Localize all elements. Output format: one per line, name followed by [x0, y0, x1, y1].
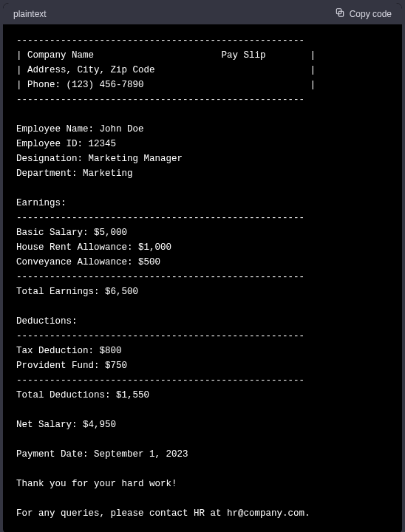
department: Marketing: [83, 168, 133, 179]
line: Provident Fund: [16, 361, 94, 371]
total-deductions: $1,550: [116, 390, 149, 400]
amount: $750: [105, 361, 127, 371]
designation: Marketing Manager: [89, 154, 183, 164]
line: Basic Salary: [16, 228, 83, 238]
thank-you: Thank you for your hard work!: [16, 479, 177, 489]
contact-line: For any queries, please contact HR at hr…: [16, 508, 310, 519]
hr: ----------------------------------------…: [16, 213, 304, 223]
designation-label: Designation: [16, 154, 78, 164]
hr: ----------------------------------------…: [16, 272, 304, 282]
amount: $5,000: [94, 228, 127, 238]
document-title: Pay Slip: [222, 50, 266, 61]
employee-name-label: Employee Name: [16, 124, 89, 134]
line: Tax Deduction: [16, 346, 89, 356]
net-salary: $4,950: [83, 420, 116, 430]
amount: $500: [138, 257, 160, 267]
copy-code-label: Copy code: [350, 9, 392, 19]
company-phone: Phone: (123) 456-7890: [27, 80, 144, 90]
deductions-heading: Deductions:: [16, 316, 78, 327]
employee-name: John Doe: [100, 124, 144, 134]
copy-code-button[interactable]: Copy code: [335, 7, 392, 20]
hr: ----------------------------------------…: [16, 35, 304, 46]
earnings-heading: Earnings:: [16, 198, 67, 208]
employee-id-label: Employee ID: [16, 139, 78, 149]
amount: $1,000: [138, 242, 171, 253]
hr: ----------------------------------------…: [16, 375, 304, 386]
language-label: plaintext: [13, 9, 47, 19]
hr: ----------------------------------------…: [16, 95, 304, 105]
total-deductions-label: Total Deductions: [16, 390, 105, 400]
code-content: ----------------------------------------…: [3, 24, 402, 532]
payment-date: September 1, 2023: [94, 449, 188, 460]
total-earnings: $6,500: [105, 287, 138, 297]
line: Conveyance Allowance: [16, 257, 127, 267]
code-block-header: plaintext Copy code: [3, 3, 402, 24]
company-name: Company Name: [27, 50, 94, 61]
total-earnings-label: Total Earnings: [16, 287, 94, 297]
company-address: Address, City, Zip Code: [27, 65, 155, 75]
clipboard-icon: [335, 7, 345, 20]
department-label: Department: [16, 168, 72, 179]
employee-id: 12345: [89, 139, 117, 149]
hr: ----------------------------------------…: [16, 331, 304, 341]
payment-date-label: Payment Date: [16, 449, 83, 460]
net-salary-label: Net Salary: [16, 420, 72, 430]
amount: $800: [100, 346, 122, 356]
line: House Rent Allowance: [16, 242, 127, 253]
